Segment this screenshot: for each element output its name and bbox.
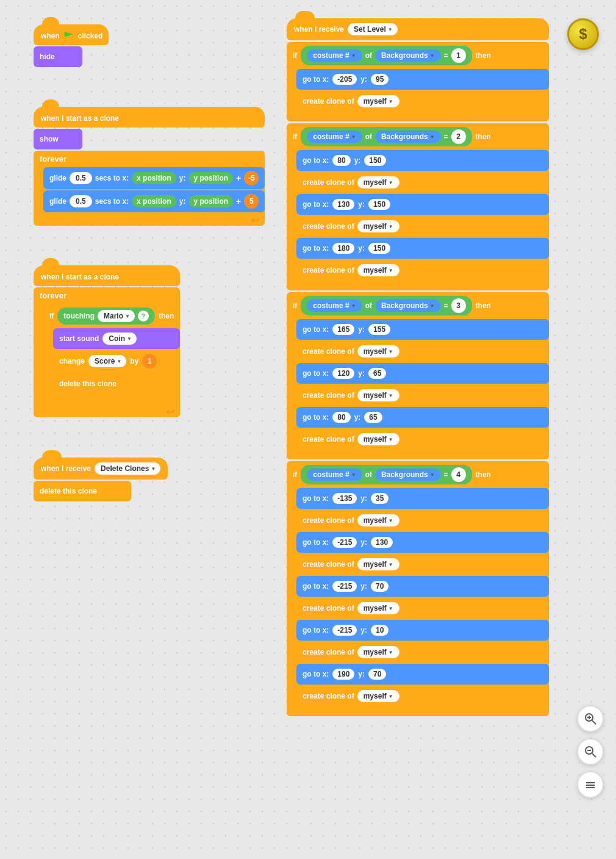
x-4-3[interactable]: -215 bbox=[332, 581, 357, 592]
myself-dropdown-4-5[interactable]: myself bbox=[357, 690, 399, 702]
y-3-3[interactable]: 65 bbox=[364, 412, 382, 423]
x-4-2[interactable]: -215 bbox=[332, 537, 357, 548]
mario-dropdown[interactable]: Mario bbox=[98, 310, 135, 322]
x-2-1[interactable]: 80 bbox=[332, 155, 350, 166]
x-3-1[interactable]: 165 bbox=[332, 324, 354, 335]
y-4-3[interactable]: 70 bbox=[371, 581, 389, 592]
glide-offset-2: 5 bbox=[244, 194, 259, 209]
when-receive-set-level-hat[interactable]: when I receive Set Level bbox=[287, 18, 549, 40]
if2-footer bbox=[287, 283, 549, 290]
when-clone-hat-1[interactable]: when I start as a clone bbox=[34, 107, 265, 128]
goto-2-3[interactable]: go to x: 180 y: 150 bbox=[296, 238, 549, 259]
forever-footer-1: ↩ bbox=[34, 215, 265, 226]
start-sound-block[interactable]: start sound Coin bbox=[53, 328, 180, 349]
delete-clones-dropdown[interactable]: Delete Clones bbox=[95, 462, 160, 475]
hide-block[interactable]: hide bbox=[34, 46, 82, 67]
glide-secs-2[interactable]: 0.5 bbox=[70, 195, 92, 207]
goto-3-1[interactable]: go to x: 165 y: 155 bbox=[296, 319, 549, 340]
clone-2-1[interactable]: create clone of myself bbox=[296, 172, 549, 193]
clone-3-1[interactable]: create clone of myself bbox=[296, 341, 549, 362]
x-4-1[interactable]: -135 bbox=[332, 493, 357, 504]
clone-1-1[interactable]: create clone of myself bbox=[296, 91, 549, 112]
myself-dropdown-4-3[interactable]: myself bbox=[357, 602, 399, 614]
set-level-dropdown[interactable]: Set Level bbox=[348, 23, 398, 35]
clone-4-4[interactable]: create clone of myself bbox=[296, 642, 549, 663]
goto-3-3[interactable]: go to x: 80 y: 65 bbox=[296, 407, 549, 428]
myself-dropdown-1-1[interactable]: myself bbox=[357, 95, 399, 107]
myself-dropdown-2-2[interactable]: myself bbox=[357, 220, 399, 232]
glide-block-2[interactable]: glide 0.5 secs to x: x position y: y pos… bbox=[43, 190, 265, 212]
when-clicked-hat[interactable]: when clicked bbox=[34, 24, 109, 45]
x-4-4[interactable]: -215 bbox=[332, 625, 357, 636]
goto-4-3[interactable]: go to x: -215 y: 70 bbox=[296, 576, 549, 597]
y-2-3[interactable]: 150 bbox=[368, 243, 390, 254]
x-3-2[interactable]: 120 bbox=[332, 368, 354, 379]
y-4-2[interactable]: 130 bbox=[371, 537, 393, 548]
goto-4-5[interactable]: go to x: 190 y: 70 bbox=[296, 664, 549, 685]
when-receive-delete-hat[interactable]: when I receive Delete Clones bbox=[34, 458, 168, 480]
clone-3-2[interactable]: create clone of myself bbox=[296, 385, 549, 406]
clone-4-3[interactable]: create clone of myself bbox=[296, 598, 549, 619]
glide-block-1[interactable]: glide 0.5 secs to x: x position y: y pos… bbox=[43, 167, 265, 189]
goto-4-4[interactable]: go to x: -215 y: 10 bbox=[296, 620, 549, 641]
myself-dropdown-3-2[interactable]: myself bbox=[357, 389, 399, 401]
y-3-2[interactable]: 65 bbox=[368, 368, 386, 379]
clone-4-5[interactable]: create clone of myself bbox=[296, 686, 549, 706]
if2-header: if costume # of Backgrounds = 2 then bbox=[287, 123, 549, 150]
goto-4-1[interactable]: go to x: -135 y: 35 bbox=[296, 488, 549, 509]
x-position-oval-1: x position bbox=[132, 172, 176, 184]
y-2-2[interactable]: 150 bbox=[368, 199, 390, 210]
glide-secs-1[interactable]: 0.5 bbox=[70, 172, 92, 184]
sound-dropdown[interactable]: Coin bbox=[102, 332, 137, 345]
x-2-3[interactable]: 180 bbox=[332, 243, 354, 254]
backgrounds-dropdown-4[interactable]: Backgrounds bbox=[375, 469, 441, 481]
y-2-1[interactable]: 150 bbox=[364, 155, 386, 166]
x-3-3[interactable]: 80 bbox=[332, 412, 350, 423]
clone-4-1[interactable]: create clone of myself bbox=[296, 510, 549, 531]
myself-dropdown-4-1[interactable]: myself bbox=[357, 514, 399, 527]
costume-hash-dropdown-2[interactable]: costume # bbox=[307, 131, 362, 143]
score-dropdown[interactable]: Score bbox=[88, 355, 126, 367]
show-block[interactable]: show bbox=[34, 129, 82, 149]
change-score-block[interactable]: change Score by 1 bbox=[53, 350, 180, 372]
goto-2-1[interactable]: go to x: 80 y: 150 bbox=[296, 150, 549, 171]
costume-hash-dropdown-3[interactable]: costume # bbox=[307, 300, 362, 312]
y-4-5[interactable]: 70 bbox=[368, 669, 386, 680]
zoom-fit-button[interactable] bbox=[577, 771, 604, 798]
clone-3-3[interactable]: create clone of myself bbox=[296, 429, 549, 450]
when-clone-hat-2[interactable]: when I start as a clone bbox=[34, 265, 180, 286]
x-4-5[interactable]: 190 bbox=[332, 669, 354, 680]
backgrounds-dropdown-2[interactable]: Backgrounds bbox=[375, 131, 441, 143]
goto-2-2[interactable]: go to x: 130 y: 150 bbox=[296, 194, 549, 215]
clone-4-2[interactable]: create clone of myself bbox=[296, 554, 549, 575]
zoom-in-button[interactable] bbox=[577, 705, 604, 732]
x-1-1[interactable]: -205 bbox=[332, 74, 357, 85]
y-3-1[interactable]: 155 bbox=[368, 324, 390, 335]
delete-clone-block-1[interactable]: delete this clone bbox=[53, 373, 151, 394]
goto-1-1[interactable]: go to x: -205 y: 95 bbox=[296, 69, 549, 90]
y-4-4[interactable]: 10 bbox=[371, 625, 389, 636]
myself-dropdown-2-3[interactable]: myself bbox=[357, 264, 399, 276]
costume-hash-dropdown-4[interactable]: costume # bbox=[307, 469, 362, 481]
forever-block-2: forever if touching Mario ? then bbox=[34, 287, 180, 417]
if4-body: go to x: -135 y: 35 create clone of myse… bbox=[296, 488, 549, 709]
backgrounds-dropdown-1[interactable]: Backgrounds bbox=[375, 49, 441, 62]
clone-2-2[interactable]: create clone of myself bbox=[296, 216, 549, 237]
clone-2-3[interactable]: create clone of myself bbox=[296, 260, 549, 281]
y-4-1[interactable]: 35 bbox=[371, 493, 389, 504]
x-2-2[interactable]: 130 bbox=[332, 199, 354, 210]
myself-dropdown-4-4[interactable]: myself bbox=[357, 646, 399, 658]
myself-dropdown-4-2[interactable]: myself bbox=[357, 558, 399, 570]
goto-3-2[interactable]: go to x: 120 y: 65 bbox=[296, 363, 549, 384]
goto-4-2[interactable]: go to x: -215 y: 130 bbox=[296, 532, 549, 553]
y-1-1[interactable]: 95 bbox=[371, 74, 389, 85]
if1-footer bbox=[287, 114, 549, 121]
myself-dropdown-3-3[interactable]: myself bbox=[357, 433, 399, 445]
costume-hash-dropdown-1[interactable]: costume # bbox=[307, 49, 362, 62]
scratch-canvas: $ when clicked hide when I start as a cl… bbox=[0, 0, 616, 859]
backgrounds-dropdown-3[interactable]: Backgrounds bbox=[375, 300, 441, 312]
delete-clone-block-2[interactable]: delete this clone bbox=[34, 481, 131, 501]
myself-dropdown-2-1[interactable]: myself bbox=[357, 176, 399, 189]
zoom-out-button[interactable] bbox=[577, 738, 604, 765]
myself-dropdown-3-1[interactable]: myself bbox=[357, 345, 399, 358]
